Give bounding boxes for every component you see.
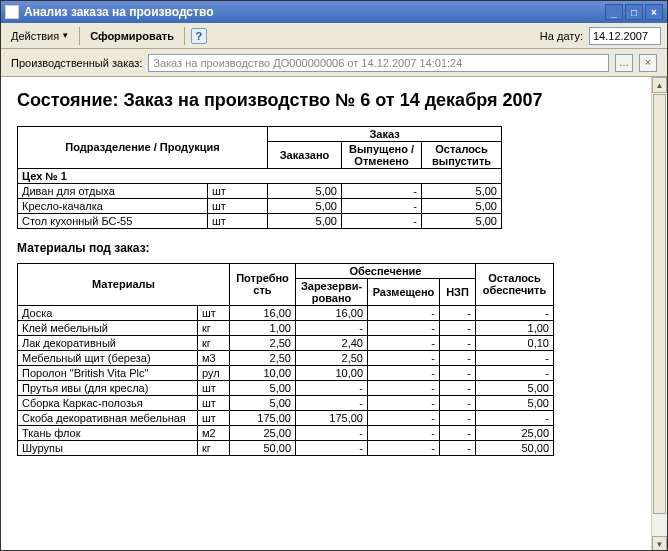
form-button[interactable]: Сформировать <box>86 28 178 44</box>
actions-menu[interactable]: Действия ▼ <box>7 28 73 44</box>
cell-reserved: 2,50 <box>296 350 368 365</box>
table-row: Диван для отдыхашт5,00-5,00 <box>18 183 502 198</box>
cell-placed: - <box>368 410 440 425</box>
col-nzp: НЗП <box>440 278 476 305</box>
cell-unit: шт <box>198 305 230 320</box>
table-row: Лак декоративныйкг2,502,40--0,10 <box>18 335 554 350</box>
cell-remain: 50,00 <box>476 440 554 455</box>
group-cell: Цех № 1 <box>18 168 502 183</box>
cell-name: Мебельный щит (береза) <box>18 350 198 365</box>
cell-ordered: 5,00 <box>268 198 342 213</box>
cell-name: Диван для отдыха <box>18 183 208 198</box>
close-button[interactable]: × <box>645 4 663 20</box>
form-label: Сформировать <box>90 30 174 42</box>
window-title: Анализ заказа на производство <box>24 5 605 19</box>
cell-name: Сборка Каркас-полозья <box>18 395 198 410</box>
cell-ordered: 5,00 <box>268 213 342 228</box>
cell-name: Доска <box>18 305 198 320</box>
table-row: Клей мебельныйкг1,00---1,00 <box>18 320 554 335</box>
cell-remain: - <box>476 305 554 320</box>
cell-remain: 5,00 <box>476 380 554 395</box>
col-placed: Размещено <box>368 278 440 305</box>
cell-released: - <box>342 213 422 228</box>
cell-name: Шурупы <box>18 440 198 455</box>
table-row: Доскашт16,0016,00--- <box>18 305 554 320</box>
cell-remaining: 5,00 <box>422 213 502 228</box>
table-row: Сборка Каркас-полозьяшт5,00---5,00 <box>18 395 554 410</box>
chevron-down-icon: ▼ <box>61 31 69 40</box>
date-value: 14.12.2007 <box>593 30 648 42</box>
cell-released: - <box>342 198 422 213</box>
cell-placed: - <box>368 380 440 395</box>
cell-need: 50,00 <box>230 440 296 455</box>
col-reserved: Зарезерви-ровано <box>296 278 368 305</box>
table-row: Стол кухонный БС-55шт5,00-5,00 <box>18 213 502 228</box>
cell-reserved: 16,00 <box>296 305 368 320</box>
cell-name: Скоба декоративная мебельная <box>18 410 198 425</box>
cell-reserved: - <box>296 320 368 335</box>
cell-need: 2,50 <box>230 350 296 365</box>
toolbar: Действия ▼ Сформировать ? На дату: 14.12… <box>1 23 667 49</box>
table-row: Мебельный щит (береза)м32,502,50--- <box>18 350 554 365</box>
document-icon <box>5 5 19 19</box>
maximize-button[interactable]: □ <box>625 4 643 20</box>
cell-name: Прутья ивы (для кресла) <box>18 380 198 395</box>
window-titlebar: Анализ заказа на производство _ □ × <box>1 1 667 23</box>
col-department-product: Подразделение / Продукция <box>18 126 268 168</box>
cell-unit: кг <box>198 320 230 335</box>
cell-placed: - <box>368 395 440 410</box>
scroll-up-button[interactable]: ▲ <box>652 77 667 93</box>
cell-nzp: - <box>440 305 476 320</box>
table-group-row: Цех № 1 <box>18 168 502 183</box>
cell-reserved: 2,40 <box>296 335 368 350</box>
cell-remain: 5,00 <box>476 395 554 410</box>
col-ordered: Заказано <box>268 141 342 168</box>
date-label: На дату: <box>540 30 583 42</box>
col-need: Потребно сть <box>230 263 296 305</box>
minimize-button[interactable]: _ <box>605 4 623 20</box>
cell-nzp: - <box>440 350 476 365</box>
report-content: Состояние: Заказ на производство № 6 от … <box>1 77 667 551</box>
help-button[interactable]: ? <box>191 28 207 44</box>
cell-name: Ткань флок <box>18 425 198 440</box>
products-table: Подразделение / Продукция Заказ Заказано… <box>17 126 502 229</box>
cell-nzp: - <box>440 440 476 455</box>
date-input[interactable]: 14.12.2007 <box>589 27 661 45</box>
cell-unit: шт <box>208 183 268 198</box>
cell-placed: - <box>368 365 440 380</box>
clear-button[interactable]: × <box>639 54 657 72</box>
cell-reserved: - <box>296 395 368 410</box>
cell-need: 2,50 <box>230 335 296 350</box>
cell-unit: рул <box>198 365 230 380</box>
cell-reserved: 175,00 <box>296 410 368 425</box>
materials-section-label: Материалы под заказ: <box>17 241 651 255</box>
cell-nzp: - <box>440 365 476 380</box>
col-remaining: Осталось выпустить <box>422 141 502 168</box>
cell-name: Стол кухонный БС-55 <box>18 213 208 228</box>
cell-unit: шт <box>208 198 268 213</box>
cell-unit: шт <box>198 380 230 395</box>
cell-remain: - <box>476 350 554 365</box>
cell-nzp: - <box>440 320 476 335</box>
cell-ordered: 5,00 <box>268 183 342 198</box>
filter-bar: Производственный заказ: Заказ на произво… <box>1 49 667 77</box>
cell-placed: - <box>368 320 440 335</box>
cell-unit: шт <box>198 395 230 410</box>
select-button[interactable]: … <box>615 54 633 72</box>
order-select-input[interactable]: Заказ на производство ДО000000006 от 14.… <box>148 54 609 72</box>
cell-name: Лак декоративный <box>18 335 198 350</box>
table-row: Поролон "British Vita Plc"рул10,0010,00-… <box>18 365 554 380</box>
vertical-scrollbar[interactable]: ▲ ▼ <box>651 77 667 551</box>
cell-unit: кг <box>198 335 230 350</box>
scroll-down-button[interactable]: ▼ <box>652 536 667 551</box>
filter-label: Производственный заказ: <box>11 57 142 69</box>
materials-table: Материалы Потребно сть Обеспечение Остал… <box>17 263 554 456</box>
cell-remain: 0,10 <box>476 335 554 350</box>
table-row: Кресло-качалкашт5,00-5,00 <box>18 198 502 213</box>
cell-placed: - <box>368 440 440 455</box>
scroll-thumb[interactable] <box>653 94 666 514</box>
cell-placed: - <box>368 425 440 440</box>
toolbar-separator <box>184 27 185 45</box>
col-remain-provide: Осталось обеспечить <box>476 263 554 305</box>
cell-nzp: - <box>440 395 476 410</box>
